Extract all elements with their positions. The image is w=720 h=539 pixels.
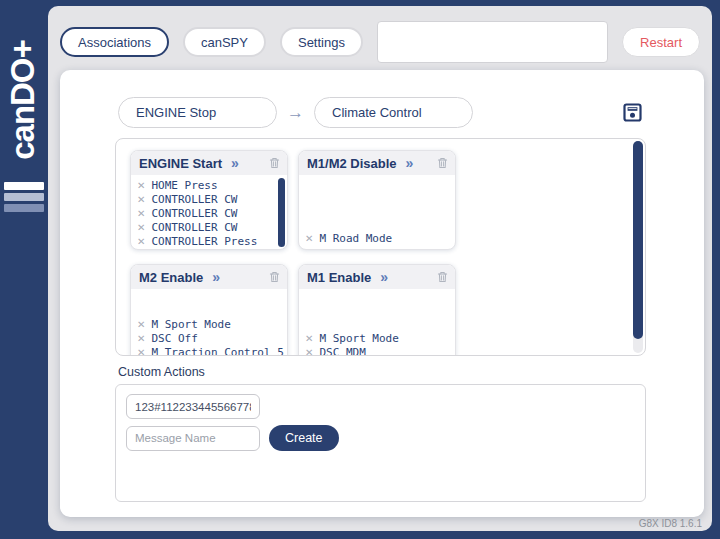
expand-chevron-icon[interactable]: » xyxy=(212,269,220,285)
action-item: ✕CONTROLLER CW xyxy=(137,206,277,220)
custom-actions-label: Custom Actions xyxy=(118,365,646,379)
action-item: ✕M Road Mode xyxy=(305,231,445,245)
action-item: ✕M Traction Control 5 xyxy=(137,345,277,356)
associations-panel: ENGINE Stop → Climate Control ENGINE Sta… xyxy=(60,70,704,517)
remove-action-icon[interactable]: ✕ xyxy=(137,236,145,247)
app-logo: canDO+ xyxy=(3,24,43,176)
action-card: ENGINE Start»✕HOME Press✕CONTROLLER CW✕C… xyxy=(130,150,288,250)
remove-action-icon[interactable]: ✕ xyxy=(305,233,313,244)
action-item-label: DSC MDM xyxy=(319,346,365,357)
expand-chevron-icon[interactable]: » xyxy=(231,155,239,171)
trigger-select[interactable]: ENGINE Stop xyxy=(118,97,277,128)
brand-rail: canDO+ xyxy=(0,0,48,539)
remove-action-icon[interactable]: ✕ xyxy=(305,347,313,357)
action-item-label: HOME Press xyxy=(151,179,217,192)
expand-chevron-icon[interactable]: » xyxy=(380,269,388,285)
action-item-label: CONTROLLER Press xyxy=(151,235,257,248)
create-button[interactable]: Create xyxy=(269,425,339,451)
command-input[interactable] xyxy=(377,21,608,63)
can-message-input[interactable] xyxy=(126,394,260,419)
logo-bar xyxy=(4,193,44,201)
tab-canspy[interactable]: canSPY xyxy=(183,27,266,57)
action-item-label: M Road Mode xyxy=(319,232,392,245)
remove-action-icon[interactable]: ✕ xyxy=(137,222,145,233)
tab-settings[interactable]: Settings xyxy=(280,27,363,57)
trash-icon xyxy=(269,271,280,286)
card-action-list: ✕M Sport Mode✕DSC MDM xyxy=(299,289,455,356)
delete-card-button[interactable] xyxy=(269,271,280,283)
card-title: M1 Enable xyxy=(307,270,371,285)
action-item-label: CONTROLLER CW xyxy=(151,207,237,220)
arrow-right-icon: → xyxy=(287,103,304,123)
delete-card-button[interactable] xyxy=(437,271,448,283)
remove-action-icon[interactable]: ✕ xyxy=(137,180,145,191)
remove-action-icon[interactable]: ✕ xyxy=(137,208,145,219)
action-item: ✕CONTROLLER CW xyxy=(137,220,277,234)
remove-action-icon[interactable]: ✕ xyxy=(137,319,145,330)
action-item: ✕DSC MDM xyxy=(305,345,445,356)
action-item-label: CONTROLLER CW xyxy=(151,193,237,206)
action-item: ✕HOME Press xyxy=(137,178,277,192)
cards-scrollbar-track[interactable] xyxy=(633,141,643,353)
remove-action-icon[interactable]: ✕ xyxy=(305,333,313,344)
remove-action-icon[interactable]: ✕ xyxy=(137,333,145,344)
card-action-list: ✕M Road Mode xyxy=(299,175,455,249)
save-association-button[interactable] xyxy=(623,103,642,122)
delete-card-button[interactable] xyxy=(437,157,448,169)
action-item: ✕M Sport Mode xyxy=(305,331,445,345)
logo-bar xyxy=(4,182,44,190)
action-card: M1 Enable»✕M Sport Mode✕DSC MDM xyxy=(298,264,456,356)
message-name-input[interactable] xyxy=(126,426,260,451)
card-header: M1 Enable» xyxy=(299,265,455,289)
card-title: ENGINE Start xyxy=(139,156,222,171)
expand-chevron-icon[interactable]: » xyxy=(406,155,414,171)
version-label: G8X ID8 1.6.1 xyxy=(639,518,702,529)
logo-bars-icon xyxy=(4,182,44,215)
card-action-list: ✕HOME Press✕CONTROLLER CW✕CONTROLLER CW✕… xyxy=(131,175,287,249)
action-item: ✕M Sport Mode xyxy=(137,317,277,331)
action-item-label: M Sport Mode xyxy=(319,332,398,345)
app-surface: Associations canSPY Settings Restart ENG… xyxy=(48,6,712,531)
action-card: M2 Enable»✕M Sport Mode✕DSC Off✕M Tracti… xyxy=(130,264,288,356)
restart-button[interactable]: Restart xyxy=(622,27,700,57)
trash-icon xyxy=(437,271,448,286)
action-card: M1/M2 Disable»✕M Road Mode xyxy=(298,150,456,250)
card-header: M1/M2 Disable» xyxy=(299,151,455,175)
custom-actions-row: Create xyxy=(126,425,635,451)
card-title: M1/M2 Disable xyxy=(307,156,397,171)
custom-actions-box: Create xyxy=(115,384,646,502)
delete-card-button[interactable] xyxy=(269,157,280,169)
logo-bar xyxy=(4,204,44,212)
floppy-disk-icon xyxy=(623,110,642,125)
action-item: ✕CONTROLLER CW xyxy=(137,192,277,206)
trash-icon xyxy=(437,157,448,172)
action-select[interactable]: Climate Control xyxy=(314,97,473,128)
action-item-label: M Sport Mode xyxy=(151,318,230,331)
action-item: ✕DSC Off xyxy=(137,331,277,345)
card-header: M2 Enable» xyxy=(131,265,287,289)
trash-icon xyxy=(269,157,280,172)
card-title: M2 Enable xyxy=(139,270,203,285)
remove-action-icon[interactable]: ✕ xyxy=(137,347,145,357)
cards-container: ENGINE Start»✕HOME Press✕CONTROLLER CW✕C… xyxy=(115,138,646,356)
card-scrollbar-thumb[interactable] xyxy=(278,178,285,247)
action-item: ✕CONTROLLER Press xyxy=(137,234,277,248)
cards-scrollbar-thumb[interactable] xyxy=(633,141,643,339)
action-item-label: M Traction Control 5 xyxy=(151,346,283,357)
topbar: Associations canSPY Settings Restart xyxy=(48,6,712,64)
action-item-label: DSC Off xyxy=(151,332,197,345)
remove-action-icon[interactable]: ✕ xyxy=(137,194,145,205)
tab-associations[interactable]: Associations xyxy=(60,27,169,57)
card-header: ENGINE Start» xyxy=(131,151,287,175)
card-action-list: ✕M Sport Mode✕DSC Off✕M Traction Control… xyxy=(131,289,287,356)
association-builder-row: ENGINE Stop → Climate Control xyxy=(60,70,704,128)
action-item-label: CONTROLLER CW xyxy=(151,221,237,234)
